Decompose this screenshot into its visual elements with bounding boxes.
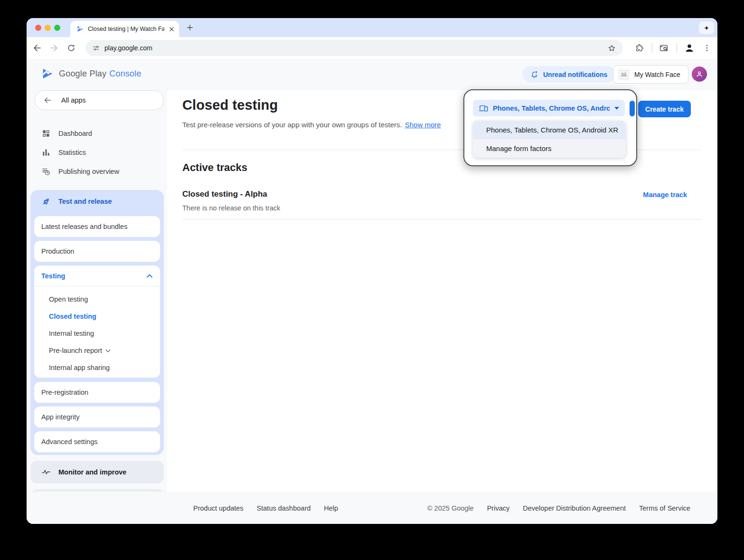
sidebar-item-label: Pre-registration — [41, 389, 88, 396]
account-avatar[interactable] — [692, 66, 707, 82]
sidebar-item-monitor-and-improve[interactable]: Monitor and improve — [30, 461, 164, 484]
url-text: play.google.com — [104, 44, 603, 52]
sidebar-item-testing[interactable]: Testing — [34, 266, 160, 286]
traffic-light-zoom[interactable] — [54, 25, 60, 31]
sidebar-item-open-testing[interactable]: Open testing — [34, 291, 160, 308]
traffic-light-minimize[interactable] — [45, 25, 51, 31]
form-factor-selector[interactable]: Phones, Tablets, Chrome OS, Andro... — [473, 100, 625, 116]
url-bar[interactable]: play.google.com — [85, 40, 623, 56]
play-logo-icon — [41, 67, 54, 80]
menu-dots-icon[interactable] — [702, 42, 712, 54]
site-info-icon[interactable] — [92, 44, 100, 52]
app-icon-thumb — [618, 69, 630, 80]
play-console-favicon — [76, 25, 84, 33]
toolbar-divider — [677, 43, 677, 53]
sidebar-item-label: Advanced settings — [41, 438, 98, 446]
sidebar-item-label: Testing — [41, 272, 65, 280]
sidebar-item-statistics[interactable]: Statistics — [35, 143, 164, 162]
play-console-logo[interactable]: Google Play Console — [41, 67, 141, 80]
rocket-icon — [41, 197, 51, 206]
brand-google-play: Google Play — [59, 69, 106, 79]
app-switcher-button[interactable]: My Watch Face — [613, 65, 688, 84]
form-factor-popup: Phones, Tablets, Chrome OS, Andro... Pho… — [463, 89, 637, 166]
brand-console: Console — [109, 69, 141, 79]
sidebar-item-label: Latest releases and bundles — [41, 223, 127, 230]
sidebar-item-pre-registration[interactable]: Pre-registration — [34, 382, 160, 403]
reload-button[interactable] — [66, 42, 77, 54]
sidebar-item-publishing-overview[interactable]: Publishing overview — [35, 162, 164, 181]
extensions-icon[interactable] — [634, 43, 644, 53]
desktop: { "browser": { "tab_title": "Closed test… — [0, 0, 744, 560]
page-title: Closed testing — [182, 97, 278, 113]
track-status: There is no release on this track — [182, 204, 280, 212]
description-text: Test pre-release versions of your app wi… — [182, 121, 402, 129]
tab-search-icon[interactable] — [658, 42, 669, 54]
statistics-icon — [41, 148, 51, 157]
sidebar-item-advanced-settings[interactable]: Advanced settings — [34, 431, 160, 452]
sidebar-item-label: Statistics — [58, 149, 86, 156]
tab-title: Closed testing | My Watch Fac — [88, 26, 164, 32]
notification-bell-icon — [530, 70, 539, 79]
toolbar-divider — [652, 43, 652, 53]
new-tab-button[interactable] — [183, 21, 197, 34]
form-factor-menu: Phones, Tablets, Chrome OS, Android XR M… — [473, 121, 626, 158]
sidebar-item-internal-app-sharing[interactable]: Internal app sharing — [34, 359, 160, 376]
test-and-release-section: Test and release Latest releases and bun… — [30, 190, 164, 455]
publishing-overview-icon — [41, 167, 51, 176]
unread-notifications-button[interactable]: Unread notifications — [522, 66, 615, 83]
footer: Product updates Status dashboard Help © … — [27, 492, 717, 524]
all-apps-button[interactable]: All apps — [35, 90, 164, 110]
form-factor-selected: Phones, Tablets, Chrome OS, Andro... — [493, 104, 610, 112]
sidebar-item-label: Test and release — [58, 198, 112, 205]
footer-link-privacy[interactable]: Privacy — [487, 504, 510, 512]
sidebar-item-test-and-release[interactable]: Test and release — [30, 190, 164, 213]
create-track-button-edge — [630, 101, 635, 116]
footer-link-dda[interactable]: Developer Distribution Agreement — [523, 504, 626, 512]
browser-window: Closed testing | My Watch Fac ✦ play.goo… — [27, 18, 717, 524]
sidebar-item-prelaunch-report[interactable]: Pre-launch report — [34, 342, 160, 359]
dropdown-arrow-icon — [614, 107, 619, 110]
all-apps-label: All apps — [61, 96, 86, 104]
sidebar-item-label: Publishing overview — [58, 168, 119, 175]
footer-link-product-updates[interactable]: Product updates — [193, 504, 244, 512]
sidebar-item-internal-testing[interactable]: Internal testing — [34, 325, 160, 342]
active-tracks-heading: Active tracks — [182, 161, 247, 174]
sidebar-item-label: Pre-launch report — [49, 347, 102, 354]
dashboard-icon — [41, 129, 51, 138]
menu-option-form-factors[interactable]: Phones, Tablets, Chrome OS, Android XR — [473, 121, 626, 139]
sidebar-item-closed-testing[interactable]: Closed testing — [34, 308, 160, 325]
footer-link-help[interactable]: Help — [324, 504, 338, 512]
chevron-down-icon — [105, 349, 111, 352]
sparkle-icon[interactable]: ✦ — [699, 21, 714, 34]
manage-track-link[interactable]: Manage track — [643, 191, 687, 199]
sidebar-item-label: Dashboard — [58, 130, 92, 137]
profile-avatar-icon[interactable] — [684, 42, 695, 54]
sidebar-item-label: Internal testing — [49, 330, 94, 337]
sidebar-item-production[interactable]: Production — [34, 241, 160, 262]
tab-close-icon[interactable] — [168, 26, 175, 33]
footer-link-status-dashboard[interactable]: Status dashboard — [257, 504, 311, 512]
devices-icon — [479, 104, 488, 113]
sidebar-item-app-integrity[interactable]: App integrity — [34, 407, 160, 427]
browser-tab[interactable]: Closed testing | My Watch Fac — [70, 21, 179, 37]
footer-link-terms[interactable]: Terms of Service — [639, 504, 690, 512]
sidebar-item-latest-releases[interactable]: Latest releases and bundles — [34, 216, 160, 237]
back-arrow-icon — [43, 95, 52, 105]
traffic-light-close[interactable] — [35, 25, 41, 31]
play-console-page: Google Play Console Unread notifications… — [27, 59, 717, 524]
bookmark-star-icon[interactable] — [607, 44, 616, 53]
forward-button[interactable] — [48, 42, 60, 54]
track-name: Closed testing - Alpha — [182, 190, 267, 199]
page-description: Test pre-release versions of your app wi… — [182, 121, 441, 129]
sidebar-item-label: Closed testing — [49, 313, 96, 320]
back-button[interactable] — [31, 42, 43, 54]
footer-links-left: Product updates Status dashboard Help — [193, 504, 338, 512]
console-header: Google Play Console Unread notifications… — [27, 59, 717, 90]
sidebar-item-label: Open testing — [49, 295, 88, 303]
menu-option-manage-form-factors[interactable]: Manage form factors — [473, 139, 626, 158]
app-name: My Watch Face — [634, 71, 680, 78]
show-more-link[interactable]: Show more — [405, 121, 441, 129]
create-track-button[interactable]: Create track — [638, 101, 691, 117]
monitor-pulse-icon — [41, 467, 51, 477]
sidebar-item-dashboard[interactable]: Dashboard — [35, 124, 164, 143]
